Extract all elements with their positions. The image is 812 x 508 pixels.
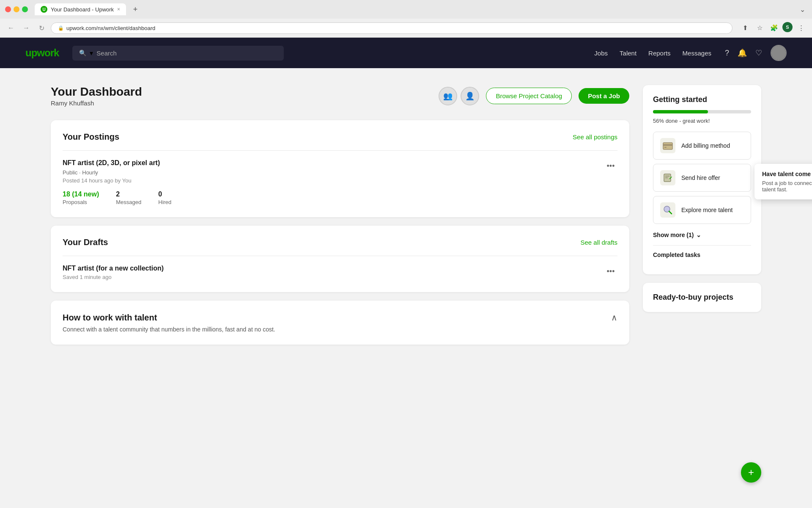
drafts-card-header: Your Drafts See all drafts xyxy=(63,237,617,247)
favorites-icon[interactable]: ♡ xyxy=(755,48,762,58)
ready-to-buy-title: Ready-to-buy projects xyxy=(653,293,751,302)
progress-bar-fill xyxy=(653,110,708,113)
tooltip-title: Have talent come to you xyxy=(762,171,812,177)
posting-date: Posted 14 hours ago by You xyxy=(63,177,160,184)
user-name: Ramy Khuffash xyxy=(51,99,142,107)
nav-link-reports[interactable]: Reports xyxy=(648,50,671,57)
bookmark-button[interactable]: ☆ xyxy=(754,22,765,34)
page-title: Your Dashboard xyxy=(51,85,142,99)
forward-button[interactable]: → xyxy=(20,22,32,34)
nav-link-messages[interactable]: Messages xyxy=(683,50,711,57)
gs-item-explore-talent[interactable]: Explore more talent xyxy=(653,196,751,224)
howto-card: How to work with talent ∧ Connect with a… xyxy=(51,301,629,345)
help-icon[interactable]: ? xyxy=(725,49,729,58)
nav-icons: ? 🔔 ♡ xyxy=(725,45,787,61)
fab-button[interactable]: + xyxy=(741,462,761,483)
progress-bar-container xyxy=(653,110,751,113)
refresh-button[interactable]: ↻ xyxy=(36,22,47,34)
getting-started-card: Getting started 56% done - great work! A… xyxy=(643,85,761,274)
show-more-button[interactable]: Show more (1) ⌄ xyxy=(653,228,751,242)
gs-item-hire-offer[interactable]: Send hire offer xyxy=(653,164,751,192)
browse-catalog-button[interactable]: Browse Project Catalog xyxy=(486,88,572,104)
dashboard-title-block: Your Dashboard Ramy Khuffash xyxy=(51,85,142,107)
browser-titlebar: U Your Dashboard - Upwork × + ⌄ xyxy=(0,0,812,19)
see-all-drafts-link[interactable]: See all drafts xyxy=(580,239,617,246)
howto-card-header: How to work with talent ∧ xyxy=(63,312,617,323)
avatar-icons: 👥 👤 xyxy=(439,87,479,105)
close-window-button[interactable] xyxy=(5,6,11,12)
hired-stat: 0 Hired xyxy=(158,190,171,205)
back-button[interactable]: ← xyxy=(5,22,17,34)
draft-more-button[interactable]: ••• xyxy=(604,265,617,278)
tab-close-button[interactable]: × xyxy=(117,6,120,12)
browser-extend-button[interactable]: ⌄ xyxy=(798,4,807,15)
tooltip-text: Post a job to connect with the right tal… xyxy=(762,180,812,193)
address-bar[interactable]: 🔒 upwork.com/nx/wm/client/dashboard xyxy=(51,22,732,34)
browser-chrome: U Your Dashboard - Upwork × + ⌄ ← → ↻ 🔒 … xyxy=(0,0,812,38)
browser-tab[interactable]: U Your Dashboard - Upwork × xyxy=(35,3,126,15)
show-more-chevron-icon: ⌄ xyxy=(696,232,701,238)
posting-details: NFT artist (2D, 3D, or pixel art) Public… xyxy=(63,159,160,184)
draft-title: NFT artist (for a new collection) xyxy=(63,265,164,272)
hired-label: Hired xyxy=(158,199,171,205)
tooltip-box: Have talent come to you Post a job to co… xyxy=(754,164,812,199)
new-tab-button[interactable]: + xyxy=(129,3,141,15)
dashboard-actions: 👥 👤 Browse Project Catalog Post a Job xyxy=(439,87,629,105)
messaged-label: Messaged xyxy=(116,199,141,205)
billing-icon xyxy=(660,138,675,153)
posting-more-button[interactable]: ••• xyxy=(604,159,617,173)
nav-link-talent[interactable]: Talent xyxy=(620,50,636,57)
proposals-stat: 18 (14 new) Proposals xyxy=(63,190,99,205)
extensions-button[interactable]: 🧩 xyxy=(768,22,780,34)
search-icon: 🔍 xyxy=(79,50,86,56)
user-avatar[interactable] xyxy=(771,45,787,61)
messaged-value: 2 xyxy=(116,190,141,198)
tab-title: Your Dashboard - Upwork xyxy=(51,6,114,13)
messaged-stat: 2 Messaged xyxy=(116,190,141,205)
completed-tasks[interactable]: Completed tasks xyxy=(653,245,751,264)
show-more-label: Show more (1) xyxy=(653,232,694,238)
see-all-postings-link[interactable]: See all postings xyxy=(573,133,617,141)
postings-title: Your Postings xyxy=(63,132,119,142)
team-icon-button[interactable]: 👥 xyxy=(439,87,457,105)
left-column: Your Dashboard Ramy Khuffash 👥 👤 Browse … xyxy=(51,85,629,508)
search-dropdown-arrow[interactable]: ▾ xyxy=(90,49,93,57)
notifications-icon[interactable]: 🔔 xyxy=(738,48,747,58)
browser-menu-button[interactable]: ⋮ xyxy=(795,22,807,34)
ready-to-buy-card: Ready-to-buy projects xyxy=(643,283,761,312)
maximize-window-button[interactable] xyxy=(22,6,28,12)
postings-card: Your Postings See all postings NFT artis… xyxy=(51,120,629,217)
browser-nav: ← → ↻ 🔒 upwork.com/nx/wm/client/dashboar… xyxy=(0,19,812,37)
traffic-lights xyxy=(5,6,28,12)
proposals-value: 18 (14 new) xyxy=(63,190,99,198)
browser-profile-button[interactable]: S xyxy=(782,22,793,32)
dashboard-header: Your Dashboard Ramy Khuffash 👥 👤 Browse … xyxy=(51,85,629,107)
howto-chevron-icon[interactable]: ∧ xyxy=(611,312,617,323)
draft-item: NFT artist (for a new collection) Saved … xyxy=(63,256,617,280)
address-url: upwork.com/nx/wm/client/dashboard xyxy=(66,25,155,31)
hire-offer-icon xyxy=(660,170,675,185)
app-header: upwork 🔍 ▾ Search Jobs Talent Reports Me… xyxy=(0,38,812,68)
postings-card-header: Your Postings See all postings xyxy=(63,132,617,142)
drafts-card: Your Drafts See all drafts NFT artist (f… xyxy=(51,226,629,292)
minimize-window-button[interactable] xyxy=(14,6,19,12)
gs-hire-offer-wrapper: Send hire offer Have talent come to you … xyxy=(653,164,751,192)
gs-item-billing[interactable]: Add billing method xyxy=(653,132,751,160)
gs-explore-talent-label: Explore more talent xyxy=(681,207,732,213)
search-bar[interactable]: 🔍 ▾ Search xyxy=(72,46,284,61)
svg-line-7 xyxy=(669,211,672,214)
post-job-button[interactable]: Post a Job xyxy=(579,88,629,104)
drafts-title: Your Drafts xyxy=(63,237,108,247)
right-column: Getting started 56% done - great work! A… xyxy=(643,85,761,508)
proposals-label: Proposals xyxy=(63,199,99,205)
svg-rect-0 xyxy=(663,143,672,149)
tab-favicon: U xyxy=(41,6,47,13)
getting-started-title: Getting started xyxy=(653,95,751,104)
posting-title: NFT artist (2D, 3D, or pixel art) xyxy=(63,159,160,167)
svg-rect-1 xyxy=(663,144,672,146)
share-button[interactable]: ⬆ xyxy=(739,22,751,34)
howto-title: How to work with talent xyxy=(63,313,157,323)
posting-visibility: Public · Hourly xyxy=(63,169,160,176)
nav-link-jobs[interactable]: Jobs xyxy=(594,50,608,57)
profile-icon-button[interactable]: 👤 xyxy=(461,87,479,105)
